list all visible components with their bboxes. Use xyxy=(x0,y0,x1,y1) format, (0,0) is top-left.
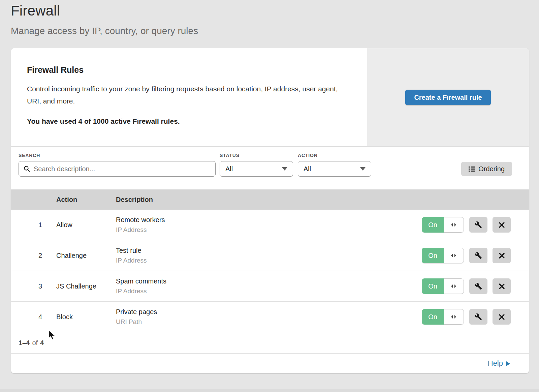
status-filter-group: STATUS All xyxy=(220,153,293,177)
rule-controls: On xyxy=(422,278,511,294)
edit-rule-button[interactable] xyxy=(469,217,487,233)
table-row: 1 Allow Remote workers IP Address On xyxy=(11,210,529,240)
chevron-down-icon xyxy=(282,167,287,171)
help-link-label: Help xyxy=(488,359,503,368)
rule-match-field: URI Path xyxy=(116,318,422,326)
usage-note: You have used 4 of 1000 active Firewall … xyxy=(27,117,354,125)
close-icon xyxy=(499,252,505,259)
page-bottom-edge xyxy=(0,389,539,392)
rule-match-field: IP Address xyxy=(116,288,422,295)
toggle-arrows-icon xyxy=(444,278,464,294)
toggle-on-label: On xyxy=(422,248,444,263)
page-title: Firewall xyxy=(11,3,539,19)
help-arrow-icon xyxy=(506,361,510,366)
rule-toggle[interactable]: On xyxy=(422,278,464,294)
wrench-icon xyxy=(475,221,482,229)
rule-action: Allow xyxy=(56,221,116,229)
rule-toggle[interactable]: On xyxy=(422,248,464,263)
close-icon xyxy=(499,222,505,228)
rule-action: JS Challenge xyxy=(56,282,116,290)
delete-rule-button[interactable] xyxy=(493,278,511,294)
search-filter-group: SEARCH xyxy=(19,153,216,177)
card-heading: Firewall Rules xyxy=(27,65,354,75)
rule-description: Private pages xyxy=(116,308,422,316)
delete-rule-button[interactable] xyxy=(493,248,511,263)
rule-description-cell: Spam comments IP Address xyxy=(116,277,422,295)
ordering-list-icon xyxy=(469,166,475,172)
edit-rule-button[interactable] xyxy=(469,309,487,325)
rule-match-field: IP Address xyxy=(116,226,422,234)
ordering-button[interactable]: Ordering xyxy=(461,162,512,176)
toggle-arrows-icon xyxy=(444,217,464,233)
table-header: Action Description xyxy=(11,189,529,210)
delete-rule-button[interactable] xyxy=(493,309,511,325)
rule-controls: On xyxy=(422,217,511,233)
toggle-on-label: On xyxy=(422,217,444,233)
rule-toggle[interactable]: On xyxy=(422,309,464,325)
search-icon xyxy=(24,165,30,172)
action-selected-value: All xyxy=(304,165,360,173)
rule-description-cell: Private pages URI Path xyxy=(116,308,422,326)
rule-match-field: IP Address xyxy=(116,257,422,264)
toggle-on-label: On xyxy=(422,278,444,294)
delete-rule-button[interactable] xyxy=(493,217,511,233)
search-label: SEARCH xyxy=(19,153,216,158)
page-header: Firewall Manage access by IP, country, o… xyxy=(0,0,539,36)
action-label: ACTION xyxy=(298,153,371,158)
search-box[interactable] xyxy=(19,161,216,177)
toggle-arrows-icon xyxy=(444,309,464,325)
table-row: 4 Block Private pages URI Path On xyxy=(11,302,529,332)
wrench-icon xyxy=(475,313,482,321)
status-label: STATUS xyxy=(220,153,293,158)
status-select[interactable]: All xyxy=(220,161,293,177)
rule-description: Remote workers xyxy=(116,216,422,224)
rule-number: 2 xyxy=(11,252,56,260)
table-row: 3 JS Challenge Spam comments IP Address … xyxy=(11,271,529,302)
column-description: Description xyxy=(116,196,511,204)
pagination: 1–4 of 4 xyxy=(11,332,529,354)
pagination-range: 1–4 xyxy=(19,339,30,347)
wrench-icon xyxy=(475,282,482,290)
rule-number: 4 xyxy=(11,313,56,321)
edit-rule-button[interactable] xyxy=(469,278,487,294)
rule-action: Block xyxy=(56,313,116,321)
column-action: Action xyxy=(56,196,116,204)
chevron-down-icon xyxy=(360,167,366,171)
rule-number: 3 xyxy=(11,282,56,290)
pagination-total: 4 xyxy=(40,339,44,347)
rule-action: Challenge xyxy=(56,252,116,260)
table-row: 2 Challenge Test rule IP Address On xyxy=(11,240,529,271)
wrench-icon xyxy=(475,252,482,259)
status-selected-value: All xyxy=(225,165,282,173)
rule-description: Spam comments xyxy=(116,277,422,285)
rule-description: Test rule xyxy=(116,247,422,254)
card-description: Control incoming traffic to your zone by… xyxy=(27,83,347,107)
create-rule-panel: Create a Firewall rule xyxy=(367,48,529,146)
rule-description-cell: Remote workers IP Address xyxy=(116,216,422,234)
rule-controls: On xyxy=(422,309,511,325)
card-intro: Firewall Rules Control incoming traffic … xyxy=(11,48,367,146)
rule-toggle[interactable]: On xyxy=(422,217,464,233)
firewall-rules-card: Firewall Rules Control incoming traffic … xyxy=(11,48,529,373)
pagination-of: of xyxy=(32,339,38,347)
action-select[interactable]: All xyxy=(298,161,371,177)
page-subtitle: Manage access by IP, country, or query r… xyxy=(11,26,539,36)
card-top-section: Firewall Rules Control incoming traffic … xyxy=(11,48,529,147)
action-filter-group: ACTION All xyxy=(298,153,371,177)
rule-description-cell: Test rule IP Address xyxy=(116,247,422,264)
help-link[interactable]: Help xyxy=(488,359,510,368)
rule-controls: On xyxy=(422,248,511,263)
filters-bar: SEARCH STATUS All ACTION All xyxy=(11,147,529,189)
create-firewall-rule-button[interactable]: Create a Firewall rule xyxy=(405,90,490,105)
edit-rule-button[interactable] xyxy=(469,248,487,263)
toggle-arrows-icon xyxy=(444,248,464,263)
toggle-on-label: On xyxy=(422,309,444,325)
search-input[interactable] xyxy=(34,165,211,173)
card-footer: Help xyxy=(11,354,529,373)
close-icon xyxy=(499,283,505,290)
rule-number: 1 xyxy=(11,221,56,229)
ordering-button-label: Ordering xyxy=(478,165,505,173)
close-icon xyxy=(499,314,505,320)
